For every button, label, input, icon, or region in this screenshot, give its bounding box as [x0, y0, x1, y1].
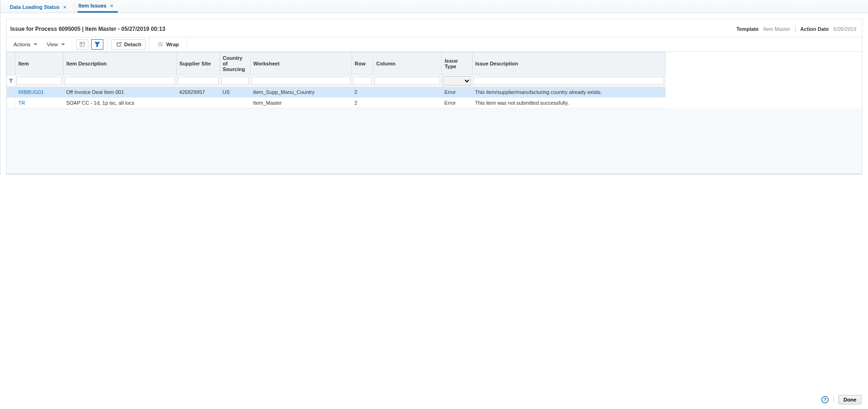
col-column[interactable]: Column: [373, 52, 442, 75]
detach-icon: [115, 41, 122, 48]
cell-country-of-sourcing: [220, 98, 251, 108]
cell-issue-type: Error: [442, 87, 473, 98]
cell-item[interactable]: TR: [15, 98, 64, 108]
cell-column: [373, 98, 442, 108]
col-issue-type[interactable]: Issue Type: [442, 52, 473, 75]
cell-item[interactable]: RIBBUG01: [15, 87, 64, 98]
wrap-label: Wrap: [166, 42, 179, 47]
col-item-description[interactable]: Item Description: [63, 52, 176, 75]
action-date-label: Action Date: [800, 26, 829, 32]
cell-worksheet: Item_Master: [251, 98, 352, 108]
detach-button[interactable]: Detach: [111, 39, 146, 50]
actions-menu[interactable]: Actions: [10, 39, 41, 50]
col-issue-description[interactable]: Issue Description: [472, 52, 665, 75]
table-row[interactable]: RIBBUG01 Off Invoice Deal Item 001 42682…: [7, 87, 666, 98]
table-row[interactable]: TR SOAP CC - 1d, 1p isc, all locs Item_M…: [7, 98, 666, 108]
view-menu[interactable]: View: [43, 39, 68, 50]
close-icon[interactable]: ×: [110, 3, 113, 8]
row-handle[interactable]: [7, 87, 15, 98]
actions-label: Actions: [14, 42, 30, 47]
row-selector-header: [7, 52, 15, 75]
cell-column: [373, 87, 442, 98]
wrap-icon: [157, 41, 164, 48]
template-label: Template: [736, 26, 758, 32]
tab-label: Item Issues: [79, 3, 107, 8]
filter-supplier-site[interactable]: [178, 77, 219, 85]
col-row[interactable]: Row: [352, 52, 373, 75]
separator: [795, 26, 796, 32]
filter-issue-type[interactable]: [443, 76, 471, 86]
cell-supplier-site: 426829957: [176, 87, 220, 98]
col-country-of-sourcing[interactable]: Country of Sourcing: [220, 52, 251, 75]
funnel-icon: [94, 41, 100, 48]
tab-bar: Data Loading Status × Item Issues ×: [0, 0, 868, 13]
export-button[interactable]: [76, 39, 88, 50]
cell-row: 2: [352, 98, 373, 108]
close-icon[interactable]: ×: [63, 4, 66, 10]
filter-column[interactable]: [374, 77, 440, 85]
cell-item-description: SOAP CC - 1d, 1p isc, all locs: [63, 98, 176, 108]
cell-item-description: Off Invoice Deal Item 001: [63, 87, 176, 98]
issues-table: Item Item Description Supplier Site Coun…: [7, 52, 666, 108]
wrap-button[interactable]: Wrap: [153, 39, 182, 50]
col-supplier-site[interactable]: Supplier Site: [176, 52, 220, 75]
col-item[interactable]: Item: [15, 52, 64, 75]
spreadsheet-icon: [79, 41, 86, 48]
filter-country-of-sourcing[interactable]: [221, 77, 250, 85]
filter-item-description[interactable]: [65, 77, 175, 85]
cell-issue-type: Error: [442, 98, 473, 108]
template-value: Item Master: [763, 26, 790, 32]
grid-empty-area: [7, 108, 862, 174]
tab-item-issues[interactable]: Item Issues ×: [78, 0, 118, 13]
filter-toggle-button[interactable]: [91, 39, 103, 50]
tab-label: Data Loading Status: [10, 4, 59, 10]
cell-country-of-sourcing: US: [220, 87, 251, 98]
action-date-value: 5/26/2019: [833, 26, 856, 32]
cell-issue-description: This item/supplier/manufacturing country…: [472, 87, 665, 98]
view-label: View: [47, 42, 58, 47]
col-worksheet[interactable]: Worksheet: [251, 52, 352, 75]
detach-label: Detach: [124, 42, 142, 47]
filter-issue-description[interactable]: [473, 77, 664, 85]
filter-worksheet[interactable]: [251, 77, 351, 85]
grid-toolbar: Actions View Detach: [7, 37, 862, 52]
filter-row: [7, 75, 666, 87]
filter-row-number[interactable]: [353, 77, 372, 85]
row-handle[interactable]: [7, 98, 15, 108]
cell-issue-description: This item was not submitted successfully…: [472, 98, 665, 108]
header-meta: Template Item Master Action Date 5/26/20…: [736, 26, 856, 32]
filter-item[interactable]: [16, 77, 62, 85]
cell-worksheet: Item_Supp_Manu_Country: [251, 87, 352, 98]
tab-data-loading-status[interactable]: Data Loading Status ×: [9, 1, 71, 13]
page-title: Issue for Process 6095005 | Item Master …: [10, 26, 165, 32]
cell-supplier-site: [176, 98, 220, 108]
cell-row: 2: [352, 87, 373, 98]
issues-panel: Issue for Process 6095005 | Item Master …: [6, 19, 862, 175]
qbe-icon[interactable]: [7, 75, 15, 87]
